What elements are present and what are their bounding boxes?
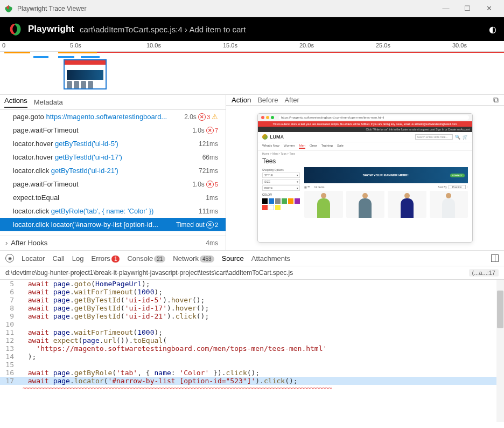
tab-action[interactable]: Action bbox=[232, 96, 251, 104]
snapshot-area: https://magento.softwaretestingboard.com… bbox=[226, 106, 504, 250]
main-nav: What's NewWomen MenGear TrainingSale bbox=[258, 142, 472, 151]
action-row[interactable]: page.goto https://magento.softwaretestin… bbox=[0, 110, 226, 123]
action-row[interactable]: locator.hover getByTestId('ui-id-17')66m… bbox=[0, 150, 226, 164]
code-scrollbar[interactable] bbox=[496, 280, 504, 422]
demo-banner: This is a demo store to test your test a… bbox=[258, 121, 472, 127]
tab-call[interactable]: Call bbox=[52, 254, 64, 263]
theme-toggle-icon[interactable]: ◐ bbox=[489, 24, 496, 34]
signin-bar: Click "Write for us" link in the footer … bbox=[258, 127, 472, 132]
close-button[interactable]: ✕ bbox=[478, 1, 500, 16]
timeline-tick: 30.0s bbox=[452, 42, 467, 49]
actions-list: page.goto https://magento.softwaretestin… bbox=[0, 110, 226, 235]
tab-attachments[interactable]: Attachments bbox=[251, 254, 290, 263]
action-row[interactable]: page.waitForTimeout1.0s✕7 bbox=[0, 123, 226, 137]
tab-before[interactable]: Before bbox=[257, 96, 278, 104]
brand-logo: LUMA bbox=[270, 134, 284, 140]
tab-log[interactable]: Log bbox=[72, 254, 84, 263]
page-snapshot[interactable]: https://magento.softwaretestingboard.com… bbox=[257, 113, 473, 243]
file-path-bar: d:\devtime\bug-hunter-project1\break-it-… bbox=[0, 266, 504, 280]
timeline-tick: 10.0s bbox=[146, 42, 161, 49]
maximize-button[interactable]: ☐ bbox=[457, 1, 478, 16]
timeline-tick: 0 bbox=[2, 42, 5, 49]
action-row[interactable]: page.waitForTimeout1.0s✕5 bbox=[0, 177, 226, 191]
snapshot-url: https://magento.softwaretestingboard.com… bbox=[279, 115, 469, 120]
timeline-thumbnail[interactable] bbox=[64, 59, 107, 89]
snapshot-tabs: Action Before After ⧉ bbox=[226, 95, 504, 106]
inspect-icon[interactable]: ◉ bbox=[5, 254, 14, 263]
tab-actions[interactable]: Actions bbox=[4, 96, 27, 108]
actions-panel: Actions Metadata page.goto https://magen… bbox=[0, 95, 226, 250]
action-row[interactable]: locator.hover getByTestId('ui-id-5')121m… bbox=[0, 137, 226, 150]
window-titlebar: Playwright Trace Viewer — ☐ ✕ bbox=[0, 0, 504, 17]
action-row[interactable]: locator.click locator('#narrow-by-list [… bbox=[0, 218, 226, 231]
source-code[interactable]: 5 await page.goto(HomePageUrl); 6 await … bbox=[0, 280, 504, 422]
tab-network[interactable]: Network453 bbox=[173, 254, 214, 263]
playwright-logo-icon bbox=[8, 22, 23, 37]
tab-errors[interactable]: Errors1 bbox=[91, 254, 120, 263]
action-row[interactable]: locator.click getByRole('tab', { name: '… bbox=[0, 204, 226, 218]
app-icon bbox=[4, 4, 13, 13]
tab-after[interactable]: After bbox=[284, 96, 299, 104]
file-path: d:\devtime\bug-hunter-project1\break-it-… bbox=[5, 269, 293, 277]
timeline-ruler[interactable]: 0 5.0s 10.0s 15.0s 20.0s 25.0s 30.0s bbox=[0, 41, 504, 52]
tab-metadata[interactable]: Metadata bbox=[34, 98, 63, 106]
window-controls: — ☐ ✕ bbox=[435, 1, 500, 16]
after-hooks-time: 4ms bbox=[206, 239, 218, 247]
page-heading: Tees bbox=[258, 156, 472, 167]
timeline-tick: 15.0s bbox=[223, 42, 237, 49]
location-badge: (...a...:17 bbox=[469, 269, 499, 277]
timeline-tick: 25.0s bbox=[376, 42, 390, 49]
popout-icon[interactable]: ⧉ bbox=[493, 95, 499, 105]
timeline[interactable] bbox=[0, 52, 504, 95]
window-title: Playwright Trace Viewer bbox=[17, 5, 435, 12]
tab-console[interactable]: Console21 bbox=[127, 254, 165, 263]
snapshot-panel: Action Before After ⧉ https://magento.so… bbox=[226, 95, 504, 250]
app-title: Playwright bbox=[28, 24, 74, 34]
action-row[interactable]: expect.toEqual1ms bbox=[0, 191, 226, 204]
breadcrumb: cart\addItemToCart.spec.js:4 › Add item … bbox=[80, 25, 246, 34]
after-hooks-label: After Hooks bbox=[11, 239, 202, 247]
minimize-button[interactable]: — bbox=[435, 1, 457, 16]
promo-banner: SHOW YOUR BANNER HERE!! CONTACT bbox=[304, 167, 468, 183]
timeline-tick: 5.0s bbox=[70, 42, 81, 49]
page-crumbs: Home > Men > Tops > Tees bbox=[258, 151, 472, 156]
tab-locator[interactable]: Locator bbox=[22, 254, 45, 263]
split-view-icon[interactable] bbox=[491, 254, 499, 262]
search-box: Search entire store here... bbox=[415, 134, 453, 140]
timeline-tick: 20.0s bbox=[299, 42, 314, 49]
app-header: Playwright cart\addItemToCart.spec.js:4 … bbox=[0, 17, 504, 41]
bottom-tabs: ◉ Locator Call Log Errors1 Console21 Net… bbox=[0, 250, 504, 266]
tab-source[interactable]: Source bbox=[222, 254, 244, 263]
after-hooks-row[interactable]: › After Hooks 4ms bbox=[0, 235, 226, 250]
left-panel-tabs: Actions Metadata bbox=[0, 95, 226, 110]
action-row[interactable]: locator.click getByTestId('ui-id-21')721… bbox=[0, 164, 226, 177]
